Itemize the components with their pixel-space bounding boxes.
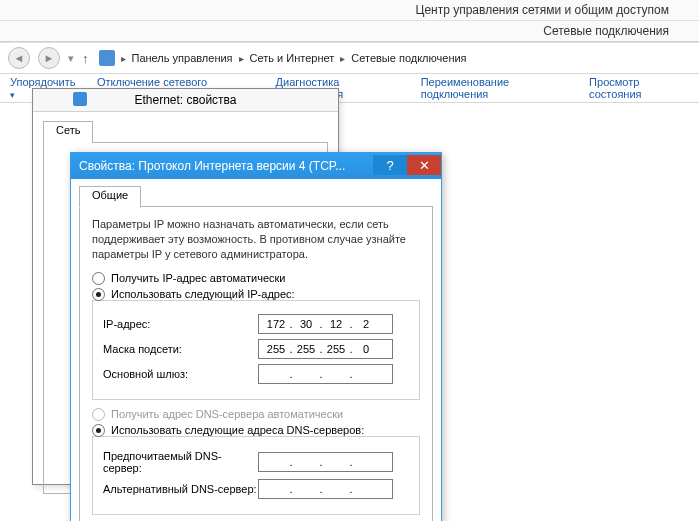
chevron-right-icon: ▸ xyxy=(121,53,126,64)
header-line1: Центр управления сетями и общим доступом xyxy=(0,0,699,21)
nav-up-button[interactable]: ↑ xyxy=(82,51,89,66)
nav-forward-button[interactable]: ► xyxy=(38,47,60,69)
crumb-network-connections[interactable]: Сетевые подключения xyxy=(351,52,466,64)
nav-back-button[interactable]: ◄ xyxy=(8,47,30,69)
view-status-link[interactable]: Просмотр состояния xyxy=(589,76,689,100)
chevron-right-icon: ▸ xyxy=(340,53,345,64)
breadcrumb: ◄ ► ▾ ↑ ▸ Панель управления ▸ Сеть и Инт… xyxy=(0,42,699,74)
chevron-right-icon: ▸ xyxy=(239,53,244,64)
crumb-network-internet[interactable]: Сеть и Интернет xyxy=(250,52,335,64)
ethernet-properties-window: Ethernet: свойства Сеть xyxy=(32,88,339,103)
rename-link[interactable]: Переименование подключения xyxy=(421,76,571,100)
nav-dropdown-icon[interactable]: ▾ xyxy=(68,52,74,65)
control-panel-icon xyxy=(99,50,115,66)
header-line2: Сетевые подключения xyxy=(0,21,699,41)
ethernet-icon xyxy=(73,92,87,103)
explorer-header: Центр управления сетями и общим доступом… xyxy=(0,0,699,42)
ethernet-window-title: Ethernet: свойства xyxy=(33,89,338,103)
crumb-control-panel[interactable]: Панель управления xyxy=(132,52,233,64)
